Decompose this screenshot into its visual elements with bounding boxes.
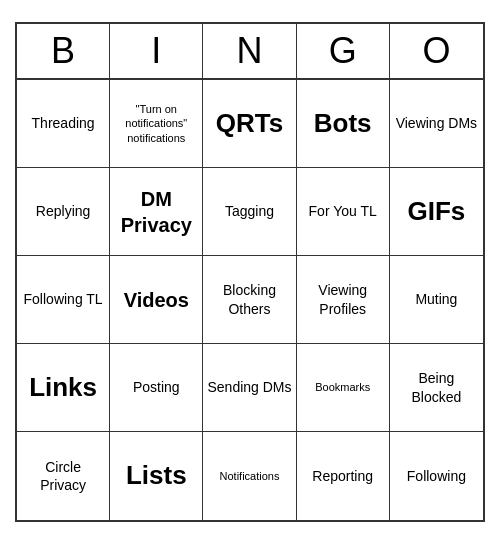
cell-text: GIFs: [407, 195, 465, 229]
cell-text: Videos: [124, 287, 189, 313]
bingo-cell: Posting: [110, 344, 203, 432]
header-letter: G: [297, 24, 390, 78]
bingo-cell: DM Privacy: [110, 168, 203, 256]
cell-text: Being Blocked: [394, 369, 479, 405]
bingo-cell: Tagging: [203, 168, 296, 256]
cell-text: Sending DMs: [207, 378, 291, 396]
bingo-cell: Viewing Profiles: [297, 256, 390, 344]
bingo-header: BINGO: [17, 24, 483, 80]
bingo-cell: Circle Privacy: [17, 432, 110, 520]
cell-text: Blocking Others: [207, 281, 291, 317]
bingo-cell: GIFs: [390, 168, 483, 256]
bingo-cell: For You TL: [297, 168, 390, 256]
bingo-cell: QRTs: [203, 80, 296, 168]
cell-text: Viewing DMs: [396, 114, 477, 132]
bingo-cell: "Turn on notifications" notifications: [110, 80, 203, 168]
bingo-cell: Reporting: [297, 432, 390, 520]
cell-text: Following: [407, 467, 466, 485]
bingo-card: BINGO Threading"Turn on notifications" n…: [15, 22, 485, 522]
bingo-cell: Bookmarks: [297, 344, 390, 432]
cell-text: Bookmarks: [315, 380, 370, 394]
cell-text: Bots: [314, 107, 372, 141]
cell-text: Circle Privacy: [21, 458, 105, 494]
cell-text: Following TL: [24, 290, 103, 308]
cell-text: Notifications: [220, 469, 280, 483]
cell-text: QRTs: [216, 107, 283, 141]
bingo-cell: Lists: [110, 432, 203, 520]
bingo-cell: Notifications: [203, 432, 296, 520]
bingo-grid: Threading"Turn on notifications" notific…: [17, 80, 483, 520]
header-letter: I: [110, 24, 203, 78]
cell-text: Viewing Profiles: [301, 281, 385, 317]
bingo-cell: Being Blocked: [390, 344, 483, 432]
cell-text: Replying: [36, 202, 90, 220]
bingo-cell: Videos: [110, 256, 203, 344]
cell-text: Tagging: [225, 202, 274, 220]
bingo-cell: Threading: [17, 80, 110, 168]
bingo-cell: Muting: [390, 256, 483, 344]
header-letter: B: [17, 24, 110, 78]
bingo-cell: Replying: [17, 168, 110, 256]
bingo-cell: Viewing DMs: [390, 80, 483, 168]
cell-text: Links: [29, 371, 97, 405]
bingo-cell: Following TL: [17, 256, 110, 344]
bingo-cell: Sending DMs: [203, 344, 296, 432]
cell-text: "Turn on notifications" notifications: [114, 102, 198, 145]
cell-text: Threading: [32, 114, 95, 132]
cell-text: For You TL: [309, 202, 377, 220]
header-letter: N: [203, 24, 296, 78]
bingo-cell: Following: [390, 432, 483, 520]
cell-text: Reporting: [312, 467, 373, 485]
bingo-cell: Bots: [297, 80, 390, 168]
bingo-cell: Blocking Others: [203, 256, 296, 344]
cell-text: Lists: [126, 459, 187, 493]
header-letter: O: [390, 24, 483, 78]
cell-text: Muting: [415, 290, 457, 308]
cell-text: DM Privacy: [114, 186, 198, 238]
bingo-cell: Links: [17, 344, 110, 432]
cell-text: Posting: [133, 378, 180, 396]
